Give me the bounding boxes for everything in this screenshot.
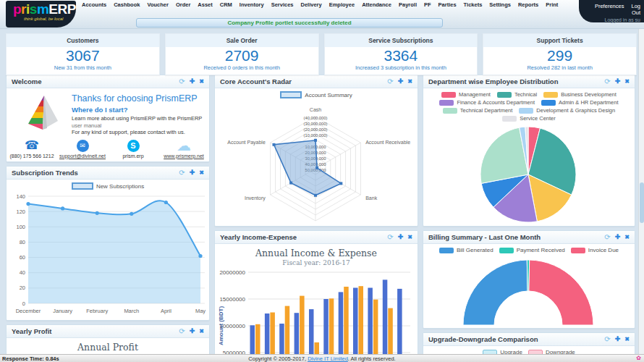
- menu-item-accounts[interactable]: Accounts: [82, 1, 106, 8]
- kpi-card-customers[interactable]: Customers 3067 New 31 from this month: [6, 33, 160, 75]
- portlet-header-distribution[interactable]: Department wise Employee Distribution ⟳✚…: [423, 75, 635, 88]
- bar-expense-8[interactable]: [359, 286, 364, 355]
- add-icon[interactable]: ✚: [190, 78, 195, 85]
- kpi-card-sale-order[interactable]: Sale Order 2709 Received 0 orders in thi…: [165, 33, 319, 75]
- data-point-april[interactable]: [164, 201, 168, 204]
- data-point-february[interactable]: [96, 211, 99, 215]
- menu-item-crm[interactable]: CRM: [220, 1, 232, 8]
- donut-slice-invoice-due[interactable]: [529, 260, 593, 325]
- bar-expense-2[interactable]: [270, 313, 275, 356]
- add-icon[interactable]: ✚: [190, 169, 195, 176]
- close-icon[interactable]: ✖: [407, 234, 412, 240]
- menu-item-services[interactable]: Services: [271, 1, 294, 8]
- menu-item-pf[interactable]: PF: [424, 1, 431, 8]
- add-icon[interactable]: ✚: [398, 78, 404, 85]
- legend-item-service-center[interactable]: Service Center: [502, 115, 556, 122]
- legend-item-management[interactable]: Management: [441, 91, 491, 98]
- menu-item-employee[interactable]: Employee: [329, 1, 355, 8]
- data-point-may[interactable]: [198, 254, 202, 258]
- radar-point-account-receivable[interactable]: [315, 167, 318, 169]
- bar-income-4[interactable]: [295, 313, 300, 355]
- bar-income-9[interactable]: [368, 288, 373, 356]
- legend-item-business-development[interactable]: Business Development: [543, 91, 617, 98]
- bar-income-8[interactable]: [353, 288, 358, 356]
- legend-item-technical-department[interactable]: Technical Department: [443, 107, 513, 114]
- menu-item-cashbook[interactable]: Cashbook: [114, 1, 140, 8]
- legend-item-payment-received[interactable]: Payment Received: [499, 247, 565, 253]
- legend-item-admin-hr-department[interactable]: Admin & HR Department: [541, 99, 619, 106]
- radar-point-cash[interactable]: [314, 139, 317, 142]
- bar-expense-7[interactable]: [344, 287, 349, 355]
- refresh-icon[interactable]: ⟳: [387, 78, 393, 85]
- menu-item-asset[interactable]: Asset: [198, 1, 212, 8]
- menu-item-settings[interactable]: Settings: [489, 1, 511, 8]
- close-icon[interactable]: ✖: [624, 336, 630, 342]
- legend-item-new-subscriptions[interactable]: New Subscriptions: [72, 182, 144, 190]
- flower-icon[interactable]: ✿: [636, 355, 641, 361]
- bar-expense-3[interactable]: [285, 306, 290, 355]
- legend-item-finance-accounts-department[interactable]: Finance & Accounts Department: [439, 99, 535, 106]
- data-point-march[interactable]: [130, 212, 133, 216]
- bar-income-11[interactable]: [397, 289, 402, 355]
- refresh-icon[interactable]: ⟳: [604, 78, 610, 85]
- bar-expense-1[interactable]: [255, 324, 260, 355]
- menu-item-payroll[interactable]: Payroll: [399, 1, 417, 8]
- add-icon[interactable]: ✚: [615, 78, 621, 85]
- user-manual-link[interactable]: user manual: [72, 122, 101, 129]
- close-icon[interactable]: ✖: [199, 78, 204, 85]
- kpi-card-service-subscriptions[interactable]: Service Subscriptions 3364 Increased 3 s…: [324, 33, 478, 75]
- legend-item-account-summary[interactable]: Account Summary: [280, 91, 352, 98]
- portlet-header-income-expense[interactable]: Yearly Income-Expense ⟳✚✖: [215, 231, 418, 244]
- portlet-header-upgrade[interactable]: Upgrade-Downgrade Comparison ⟳✚✖: [423, 333, 635, 346]
- data-point-december[interactable]: [26, 202, 30, 206]
- close-icon[interactable]: ✖: [199, 328, 204, 334]
- menu-item-tickets[interactable]: Tickets: [464, 1, 483, 8]
- add-icon[interactable]: ✚: [190, 328, 195, 334]
- refresh-icon[interactable]: ⟳: [604, 234, 610, 240]
- close-icon[interactable]: ✖: [199, 169, 204, 176]
- menu-item-print[interactable]: Print: [546, 1, 558, 8]
- portlet-header-trends[interactable]: Subscription Trends ⟳✚✖: [7, 167, 209, 180]
- portlet-header-radar[interactable]: Core Account's Radar ⟳✚✖: [215, 75, 418, 88]
- bar-income-5[interactable]: [309, 309, 314, 355]
- contact-link[interactable]: support@divineit.net: [59, 153, 106, 159]
- bar-expense-6[interactable]: [329, 298, 334, 355]
- scrollbar-track[interactable]: [638, 29, 644, 354]
- add-icon[interactable]: ✚: [398, 234, 404, 240]
- brand-logo[interactable]: prismERP think global, be local: [6, 1, 76, 28]
- radar-point-bank[interactable]: [339, 182, 342, 185]
- scrollbar-thumb[interactable]: [640, 182, 644, 223]
- add-icon[interactable]: ✚: [615, 336, 621, 342]
- bar-income-6[interactable]: [323, 299, 329, 355]
- legend-item-development-graphics-design[interactable]: Development & Graphics Design: [519, 107, 615, 114]
- legend-item-invoice-due[interactable]: Invoice Due: [571, 247, 619, 253]
- refresh-icon[interactable]: ⟳: [179, 78, 185, 85]
- radar-point-current-asset[interactable]: [314, 194, 317, 197]
- bar-income-10[interactable]: [383, 279, 388, 355]
- portlet-header-billing[interactable]: Billing Summary - Last One Month ⟳✚✖: [423, 231, 635, 244]
- bar-expense-10[interactable]: [388, 308, 393, 355]
- refresh-icon[interactable]: ⟳: [179, 328, 185, 334]
- legend-item-technical[interactable]: Technical: [497, 91, 537, 98]
- data-point-january[interactable]: [61, 206, 64, 210]
- close-icon[interactable]: ✖: [624, 234, 630, 240]
- logout-link[interactable]: Log Out: [631, 3, 640, 16]
- bar-expense-4[interactable]: [300, 296, 305, 355]
- bar-expense-9[interactable]: [373, 300, 378, 355]
- divine-it-link[interactable]: Divine IT Limited: [308, 355, 348, 362]
- radar-point-account-payable[interactable]: [273, 143, 276, 146]
- preferences-link[interactable]: Preferences: [595, 3, 624, 9]
- donut-slice-bill-generated[interactable]: [463, 260, 528, 325]
- portlet-header-profit[interactable]: Yearly Profit ⟳✚✖: [7, 325, 209, 338]
- close-icon[interactable]: ✖: [624, 78, 630, 85]
- menu-item-reports[interactable]: Reports: [518, 1, 538, 8]
- menu-item-delivery[interactable]: Delivery: [301, 1, 322, 8]
- refresh-icon[interactable]: ⟳: [604, 336, 610, 342]
- menu-item-inventory[interactable]: Inventory: [240, 1, 264, 8]
- menu-item-attendance[interactable]: Attendance: [362, 1, 391, 8]
- portlet-header-welcome[interactable]: Welcome ⟳✚✖: [7, 75, 209, 88]
- legend-item-bill-generated[interactable]: Bill Generated: [439, 247, 493, 253]
- add-icon[interactable]: ✚: [615, 234, 621, 240]
- menu-item-parties[interactable]: Parties: [438, 1, 457, 8]
- menu-item-voucher[interactable]: Voucher: [147, 1, 168, 8]
